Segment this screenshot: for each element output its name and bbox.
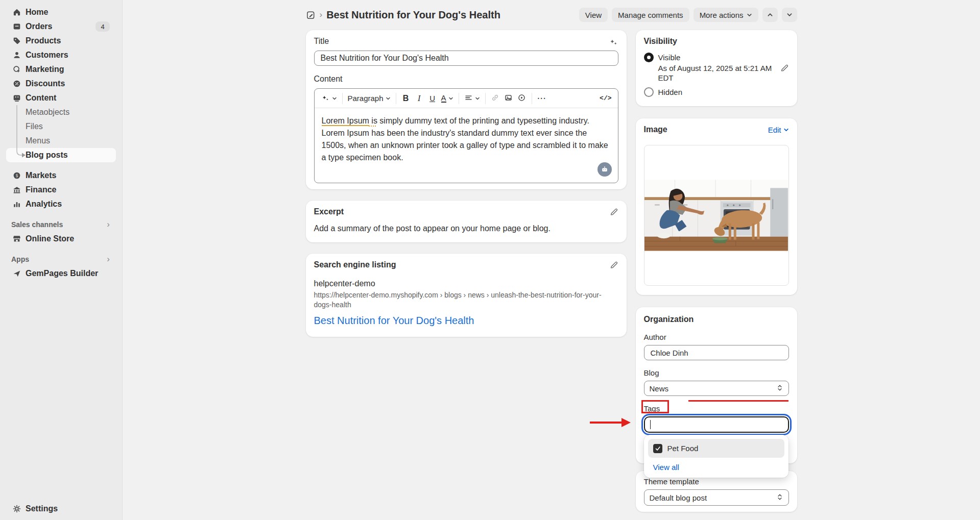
sidebar-item-label: Analytics [26, 200, 62, 209]
image-edit-label: Edit [768, 126, 781, 134]
alignment-button[interactable] [462, 91, 482, 106]
theme-template-select[interactable]: Default blog post [644, 489, 789, 506]
insert-video-button[interactable] [515, 91, 529, 106]
sidebar-item-analytics[interactable]: Analytics [6, 197, 116, 211]
sidebar-item-products[interactable]: Products [6, 34, 116, 48]
featured-image[interactable] [644, 145, 789, 286]
excerpt-card: Excerpt Add a summary of the post to app… [306, 201, 627, 242]
editor-body[interactable]: Lorem Ipsum is simply dummy text of the … [315, 108, 618, 170]
chevron-down-icon [386, 94, 391, 103]
align-left-icon [464, 93, 473, 104]
toolbar-divider [342, 93, 343, 104]
sales-channels-header[interactable]: Sales channels › [11, 218, 110, 231]
sidebar-item-markets[interactable]: $ Markets [6, 168, 116, 183]
sidebar-item-content[interactable]: Content [6, 91, 116, 105]
sidebar-item-customers[interactable]: Customers [6, 48, 116, 62]
sidebar-item-files[interactable]: Files [6, 119, 116, 134]
image-icon [504, 93, 513, 104]
excerpt-hint: Add a summary of the post to appear on y… [314, 224, 618, 237]
edit-excerpt-icon[interactable] [609, 207, 618, 216]
editor-toolbar: Paragraph B I U A [315, 89, 618, 108]
sidebar-item-label: Settings [26, 504, 58, 513]
view-button[interactable]: View [579, 8, 608, 22]
theme-template-value: Default blog post [650, 493, 707, 502]
sidebar-item-blog-posts[interactable]: Blog posts [6, 148, 116, 162]
online-store-icon [12, 234, 21, 243]
sidebar-item-online-store[interactable]: Online Store [6, 232, 116, 246]
analytics-icon [12, 200, 21, 209]
blog-select[interactable]: News [644, 381, 789, 396]
gear-icon [12, 504, 21, 513]
page-header: › Best Nutrition for Your Dog's Health V… [306, 0, 797, 23]
show-html-button[interactable]: </> [597, 91, 613, 106]
select-stepper-icon [776, 493, 783, 502]
edit-visibility-icon[interactable] [780, 63, 789, 83]
sidebar-item-label: GemPages Builder [26, 269, 98, 278]
discounts-icon [12, 79, 21, 88]
sidebar-item-gempages[interactable]: GemPages Builder [6, 266, 116, 281]
seo-page-title-link[interactable]: Best Nutrition for Your Dog's Health [314, 315, 618, 327]
apps-label: Apps [11, 255, 29, 263]
checkbox-checked-icon[interactable] [653, 444, 662, 453]
insert-image-button[interactable] [502, 91, 515, 106]
organization-heading: Organization [644, 315, 694, 324]
sidebar-item-home[interactable]: Home [6, 5, 116, 19]
sidebar: Home Orders 4 Products Customers Marketi… [0, 0, 123, 520]
sidebar-item-label: Online Store [26, 234, 74, 243]
visibility-date: As of August 12, 2025 at 5:21 AM EDT [658, 63, 776, 83]
chevron-down-icon [448, 94, 453, 103]
italic-button[interactable]: I [413, 91, 426, 106]
title-input[interactable] [314, 51, 618, 66]
text-color-button[interactable]: A [439, 91, 456, 106]
edit-seo-icon[interactable] [609, 260, 618, 269]
more-formatting-button[interactable]: ⋯ [535, 91, 548, 106]
dog-feeding-photo [644, 180, 788, 251]
svg-text:$: $ [15, 173, 18, 178]
radio-visible[interactable] [644, 53, 654, 62]
magic-text-button[interactable] [319, 91, 339, 106]
sidebar-item-label: Discounts [26, 79, 65, 88]
link-button[interactable] [489, 91, 502, 106]
sidebar-item-marketing[interactable]: Marketing [6, 62, 116, 77]
visibility-card: Visibility Visible As of August 12, 2025… [636, 30, 797, 106]
sidebar-item-settings[interactable]: Settings [6, 502, 116, 516]
more-actions-button[interactable]: More actions [694, 8, 758, 22]
sidebar-item-metaobjects[interactable]: Metaobjects [6, 105, 116, 119]
view-all-link[interactable]: View all [648, 458, 784, 476]
radio-hidden[interactable] [644, 87, 654, 97]
tags-input[interactable] [644, 416, 789, 433]
chevron-down-icon [786, 11, 793, 19]
sidebar-item-finance[interactable]: Finance [6, 183, 116, 197]
paragraph-style-button[interactable]: Paragraph [346, 91, 393, 106]
previous-post-button[interactable] [762, 8, 778, 22]
tag-option-pet-food[interactable]: Pet Food [648, 439, 784, 458]
sparkle-icon [321, 93, 330, 104]
chevron-right-icon: › [107, 254, 110, 264]
blog-select-value: News [650, 384, 669, 393]
edit-page-icon[interactable] [306, 10, 316, 20]
sidebar-subitem-label: Files [26, 122, 43, 131]
chevron-down-icon [747, 11, 752, 19]
author-input[interactable] [644, 345, 789, 360]
sidebar-item-menus[interactable]: Menus [6, 134, 116, 148]
sidebar-subitem-label: Blog posts [26, 151, 68, 160]
home-icon [12, 8, 21, 17]
orders-count-badge: 4 [95, 21, 110, 32]
annotation-red-arrow [590, 422, 623, 424]
underline-button[interactable]: U [426, 91, 439, 106]
toolbar-divider [459, 93, 459, 104]
marketing-icon [12, 65, 21, 74]
select-stepper-icon [776, 384, 783, 393]
image-placeholder-icon[interactable] [597, 162, 612, 177]
sidebar-subitem-label: Metaobjects [26, 108, 69, 117]
sidebar-item-discounts[interactable]: Discounts [6, 77, 116, 91]
seo-url: https://helpcenter-demo.myshopify.com › … [314, 290, 618, 310]
manage-comments-button[interactable]: Manage comments [612, 8, 689, 22]
ai-sparkle-icon[interactable] [608, 36, 618, 46]
image-edit-button[interactable]: Edit [768, 126, 789, 134]
next-post-button[interactable] [782, 8, 797, 22]
bold-button[interactable]: B [399, 91, 413, 106]
tag-option-label: Pet Food [667, 444, 699, 453]
sidebar-item-orders[interactable]: Orders 4 [6, 19, 116, 34]
apps-header[interactable]: Apps › [11, 253, 110, 265]
